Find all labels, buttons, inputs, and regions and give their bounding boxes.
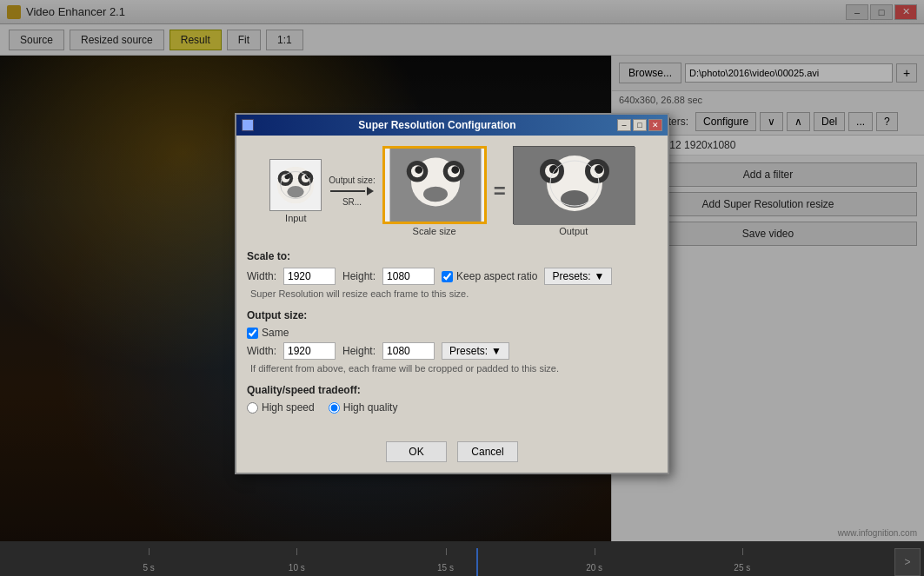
scale-preview-col: Scale size — [382, 146, 487, 236]
output-size-title: Output size: — [247, 309, 657, 321]
output-panda — [513, 146, 635, 224]
output-size-arrow-label: Output size: — [329, 175, 375, 185]
height-label: Height: — [342, 270, 376, 282]
output-size-section: Output size: Same Width: Height: Presets… — [247, 309, 657, 374]
output-panda-svg — [514, 147, 635, 225]
scale-presets-button[interactable]: Presets: ▼ — [544, 268, 612, 285]
modal-icon — [242, 119, 254, 131]
modal-title: Super Resolution Configuration — [358, 119, 515, 131]
high-speed-radio[interactable] — [247, 402, 258, 414]
quality-section: Quality/speed tradeoff: High speed High … — [247, 384, 657, 414]
output-presets-chevron-icon: ▼ — [491, 345, 502, 357]
output-height-input[interactable] — [382, 342, 435, 360]
scale-width-input[interactable] — [283, 268, 336, 285]
cancel-button[interactable]: Cancel — [457, 441, 518, 462]
scale-to-title: Scale to: — [247, 250, 657, 262]
equals-sign: = — [494, 179, 506, 203]
scale-panda-svg — [385, 149, 486, 222]
high-speed-label: High speed — [247, 401, 315, 414]
svg-point-16 — [451, 166, 459, 174]
svg-point-17 — [423, 187, 448, 202]
modal-close-button[interactable]: ✕ — [648, 119, 662, 131]
arrow-container: Output size: SR... — [329, 175, 375, 207]
output-width-label: Width: — [247, 345, 276, 357]
input-preview-col: Input — [269, 159, 322, 223]
svg-point-26 — [561, 190, 588, 208]
quality-radio-group: High speed High quality — [247, 401, 657, 414]
output-label: Output — [559, 226, 588, 236]
modal-content: Input Output size: SR... — [236, 136, 668, 434]
modal-minimize-button[interactable]: – — [617, 119, 631, 131]
presets-label: Presets: — [552, 270, 590, 282]
input-panda — [269, 159, 322, 211]
scale-height-input[interactable] — [382, 268, 435, 285]
output-hint: If different from above, each frame will… — [250, 363, 657, 374]
high-quality-label: High quality — [329, 401, 398, 414]
sr-config-modal: Super Resolution Configuration – □ ✕ — [235, 113, 669, 474]
modal-footer: OK Cancel — [236, 434, 668, 473]
quality-title: Quality/speed tradeoff: — [247, 384, 657, 396]
output-height-label: Height: — [342, 345, 376, 357]
scale-panda — [382, 146, 487, 224]
high-speed-text: High speed — [262, 401, 315, 414]
modal-restore-button[interactable]: □ — [633, 119, 647, 131]
same-checkbox[interactable] — [247, 328, 258, 339]
output-size-row: Width: Height: Presets: ▼ — [247, 342, 657, 360]
sr-arrow — [330, 187, 374, 195]
same-label: Same — [247, 327, 289, 339]
arrow-tip — [367, 187, 374, 195]
keep-aspect-checkbox[interactable] — [442, 271, 453, 282]
scale-size-row: Width: Height: Keep aspect ratio Presets… — [247, 268, 657, 285]
modal-titlebar: Super Resolution Configuration – □ ✕ — [236, 115, 668, 136]
same-text: Same — [262, 327, 289, 339]
presets-chevron-icon: ▼ — [594, 270, 604, 282]
scale-to-section: Scale to: Width: Height: Keep aspect rat… — [247, 250, 657, 299]
input-panda-svg — [270, 160, 321, 210]
same-row: Same — [247, 327, 657, 339]
keep-aspect-text: Keep aspect ratio — [456, 270, 537, 282]
input-label: Input — [285, 213, 306, 223]
modal-title-controls: – □ ✕ — [617, 119, 662, 131]
svg-point-15 — [415, 166, 422, 174]
keep-aspect-label: Keep aspect ratio — [442, 270, 537, 282]
ok-button[interactable]: OK — [386, 441, 447, 462]
scale-hint: Super Resolution will resize each frame … — [250, 288, 657, 299]
sr-label: SR... — [342, 197, 362, 207]
scale-label: Scale size — [413, 226, 456, 236]
modal-overlay: Super Resolution Configuration – □ ✕ — [0, 0, 924, 576]
svg-point-24 — [549, 165, 558, 174]
width-label: Width: — [247, 270, 276, 282]
output-presets-button[interactable]: Presets: ▼ — [442, 342, 509, 360]
sr-preview: Input Output size: SR... — [247, 146, 657, 236]
output-preview-col: Output — [513, 146, 635, 236]
high-quality-text: High quality — [343, 401, 398, 414]
arrow-line — [330, 190, 365, 192]
svg-point-7 — [288, 186, 304, 198]
output-presets-label: Presets: — [449, 345, 488, 357]
high-quality-radio[interactable] — [329, 402, 340, 414]
output-width-input[interactable] — [283, 342, 336, 360]
